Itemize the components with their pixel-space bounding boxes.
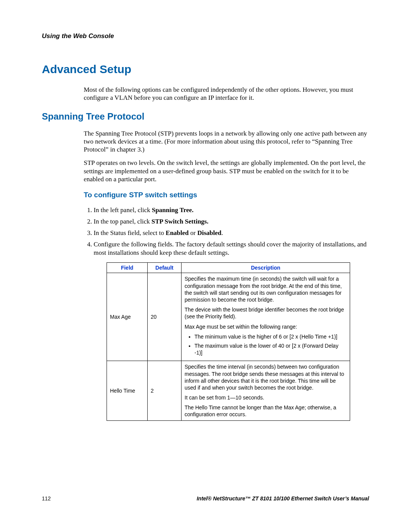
range-item: The maximum value is the lower of 40 or … xyxy=(194,342,347,356)
cell-desc-hello-time: Specifies the time interval (in seconds)… xyxy=(182,361,350,420)
desc-text: The device with the lowest bridge identi… xyxy=(185,306,347,320)
manual-title: Intel® NetStructure™ ZT 8101 10/100 Ethe… xyxy=(197,495,369,502)
cell-desc-max-age: Specifies the maximum time (in seconds) … xyxy=(182,273,350,361)
stp-paragraph-2: STP operates on two levels. On the switc… xyxy=(84,159,369,183)
cell-default-hello-time: 2 xyxy=(148,361,182,420)
cell-default-max-age: 20 xyxy=(148,273,182,361)
range-item: The minimum value is the higher of 6 or … xyxy=(194,333,347,340)
desc-text: Specifies the time interval (in seconds)… xyxy=(185,363,347,391)
cell-field-hello-time: Hello Time xyxy=(107,361,148,420)
col-header-default: Default xyxy=(148,263,182,273)
page-footer: 112 Intel® NetStructure™ ZT 8101 10/100 … xyxy=(42,495,369,502)
cell-field-max-age: Max Age xyxy=(107,273,148,361)
intro-paragraph: Most of the following options can be con… xyxy=(84,86,369,102)
page-content: Using the Web Console Advanced Setup Mos… xyxy=(0,0,411,421)
stp-block: The Spanning Tree Protocol (STP) prevent… xyxy=(84,129,369,421)
heading-advanced-setup: Advanced Setup xyxy=(42,63,369,76)
col-header-field: Field xyxy=(107,263,148,273)
table-header-row: Field Default Description xyxy=(107,263,350,273)
fields-table: Field Default Description Max Age 20 Spe… xyxy=(107,262,350,420)
desc-text: It can be set from 1—10 seconds. xyxy=(185,394,347,401)
bold-enabled: Enabled xyxy=(166,229,188,236)
desc-text: Max Age must be set within the following… xyxy=(185,323,347,330)
stp-paragraph-1: The Spanning Tree Protocol (STP) prevent… xyxy=(84,129,369,154)
bold-spanning-tree: Spanning Tree. xyxy=(152,206,194,214)
table-row: Hello Time 2 Specifies the time interval… xyxy=(107,361,350,420)
table-row: Max Age 20 Specifies the maximum time (i… xyxy=(107,273,350,361)
heading-configure-stp-switch: To configure STP switch settings xyxy=(84,191,369,199)
step-2: In the top panel, click STP Switch Setti… xyxy=(94,217,369,226)
desc-text: Specifies the maximum time (in seconds) … xyxy=(185,275,347,303)
bold-stp-switch-settings: STP Switch Settings. xyxy=(151,218,209,225)
desc-text: The Hello Time cannot be longer than the… xyxy=(185,404,347,418)
heading-spanning-tree-protocol: Spanning Tree Protocol xyxy=(42,111,369,122)
desc-range-list: The minimum value is the higher of 6 or … xyxy=(185,333,347,356)
step-4: Configure the following fields. The fact… xyxy=(94,240,369,257)
page-number: 112 xyxy=(42,495,51,502)
step-1: In the left panel, click Spanning Tree. xyxy=(94,206,369,214)
col-header-description: Description xyxy=(182,263,350,273)
bold-disabled: Disabled xyxy=(197,229,221,236)
chapter-header: Using the Web Console xyxy=(42,32,369,40)
steps-list: In the left panel, click Spanning Tree. … xyxy=(84,206,369,257)
intro-block: Most of the following options can be con… xyxy=(84,86,369,102)
step-3: In the Status field, select to Enabled o… xyxy=(94,229,369,237)
